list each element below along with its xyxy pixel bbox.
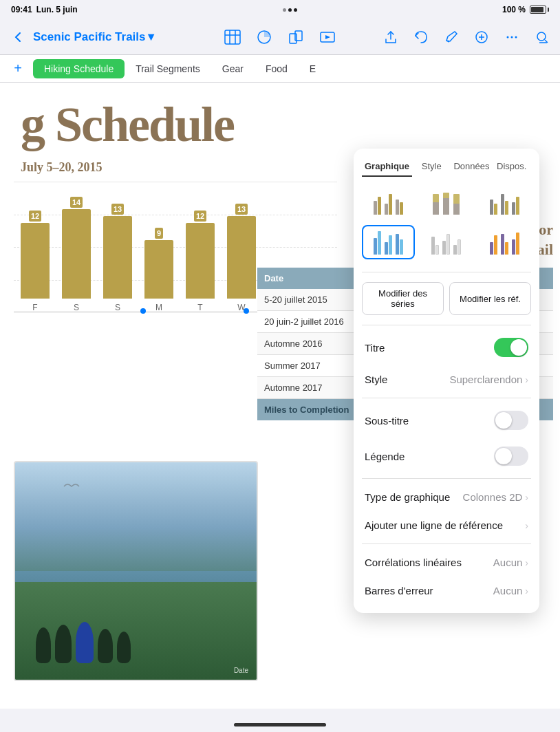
format-icon[interactable]	[472, 28, 491, 47]
chart-type-2[interactable]	[420, 185, 473, 219]
search-icon[interactable]	[532, 28, 552, 47]
sous-titre-label: Sous-titre	[365, 415, 409, 427]
titre-label: Titre	[365, 342, 385, 354]
home-indicator	[234, 723, 326, 726]
table-icon[interactable]	[223, 28, 242, 47]
popup-tab-donnees[interactable]: Données	[451, 157, 492, 177]
chevron-right-icon: ›	[525, 374, 528, 385]
chevron-right-icon-2: ›	[525, 492, 528, 503]
chart-icon[interactable]	[255, 28, 274, 47]
status-time: 09:41	[11, 5, 32, 14]
photo-caption: Date	[234, 667, 248, 674]
correlations-label: Corrélations linéaires	[365, 557, 462, 568]
add-tab-button[interactable]: +	[6, 58, 30, 79]
document-area: g Schedule July 5–20, 2015 12 F 14	[0, 83, 560, 709]
battery-label: 100 %	[502, 5, 526, 14]
bars-container: 12 F 14 S 13 S 9 M	[14, 182, 337, 312]
chart-type-6[interactable]	[478, 225, 531, 259]
chart-type-1[interactable]	[362, 185, 415, 219]
tab-hiking-schedule[interactable]: Hiking Schedule	[33, 59, 125, 78]
style-row[interactable]: Style Superclarendon ›	[354, 365, 539, 394]
divider-2	[362, 325, 531, 325]
tabs-bar: + Hiking Schedule Trail Segments Gear Fo…	[0, 55, 560, 83]
divider-1	[362, 272, 531, 272]
popup-tabs: Graphique Style Données Dispos.	[362, 157, 531, 177]
modify-ref-button[interactable]: Modifier les réf.	[449, 282, 531, 315]
document-title[interactable]: Scenic Pacific Trails ▾	[33, 30, 154, 44]
more-icon[interactable]	[502, 28, 521, 47]
svg-point-14	[515, 36, 517, 38]
type-graphique-label: Type de graphique	[365, 491, 450, 503]
undo-icon[interactable]	[411, 28, 431, 47]
ligne-reference-row[interactable]: Ajouter une ligne de référence ›	[354, 511, 539, 539]
status-day: Lun. 5 juin	[36, 5, 78, 14]
popup-tab-graphique[interactable]: Graphique	[362, 157, 412, 177]
battery-icon	[530, 6, 549, 14]
barres-erreur-row[interactable]: Barres d'erreur Aucun ›	[354, 577, 539, 605]
svg-point-13	[510, 36, 513, 38]
chevron-right-icon-5: ›	[525, 585, 528, 596]
status-indicator	[283, 8, 297, 12]
tab-extra[interactable]: E	[299, 59, 327, 78]
bar-group-f1: 12 F	[21, 211, 50, 312]
media-icon[interactable]	[318, 28, 337, 47]
legende-row[interactable]: Légende	[354, 438, 539, 474]
toggle-thumb-2	[495, 412, 512, 429]
popup-tab-style[interactable]: Style	[412, 157, 451, 177]
bar-chart[interactable]: 12 F 14 S 13 S 9 M	[14, 182, 337, 333]
tab-food[interactable]: Food	[255, 59, 299, 78]
tab-gear[interactable]: Gear	[211, 59, 255, 78]
photo: Date	[14, 461, 258, 681]
type-graphique-value: Colonnes 2D ›	[463, 491, 528, 503]
tab-trail-segments[interactable]: Trail Segments	[125, 59, 211, 78]
format-popup: Graphique Style Données Dispos.	[354, 149, 539, 613]
svg-point-15	[537, 32, 546, 41]
document-heading: g Schedule	[0, 83, 560, 153]
status-bar: 09:41 Lun. 5 juin 100 %	[0, 0, 560, 19]
sous-titre-row[interactable]: Sous-titre	[354, 402, 539, 438]
dropdown-chevron: ▾	[148, 30, 154, 44]
toolbar: Scenic Pacific Trails ▾	[0, 19, 560, 55]
bar-group-m: 9 M	[144, 228, 173, 312]
action-buttons-row: Modifier des séries Modifier les réf.	[354, 277, 539, 321]
pencil-icon[interactable]	[442, 28, 461, 47]
divider-5	[362, 543, 531, 544]
back-button[interactable]	[8, 28, 28, 47]
chart-type-5[interactable]	[420, 225, 473, 259]
titre-toggle[interactable]	[494, 338, 528, 357]
modify-series-button[interactable]: Modifier des séries	[362, 282, 444, 315]
bar-group-t: 12 T	[186, 211, 215, 312]
chart-type-3[interactable]	[478, 185, 531, 219]
divider-3	[362, 398, 531, 398]
ligne-reference-label: Ajouter une ligne de référence	[365, 519, 503, 531]
legende-label: Légende	[365, 451, 405, 462]
chart-type-grid	[354, 185, 539, 268]
barres-erreur-value: Aucun ›	[493, 585, 528, 596]
style-label: Style	[365, 374, 387, 385]
shape-icon[interactable]	[286, 28, 305, 47]
sous-titre-toggle[interactable]	[494, 411, 528, 430]
popup-tab-dispos[interactable]: Dispos.	[493, 157, 531, 177]
bar-group-s1: 14 S	[62, 197, 91, 312]
style-value: Superclarendon ›	[449, 374, 528, 385]
titre-row[interactable]: Titre	[354, 330, 539, 365]
people-silhouettes	[36, 622, 131, 663]
chart-type-4[interactable]	[362, 225, 415, 259]
correlations-row[interactable]: Corrélations linéaires Aucun ›	[354, 548, 539, 577]
svg-rect-0	[225, 30, 240, 44]
bird-silhouette	[63, 482, 80, 494]
barres-erreur-label: Barres d'erreur	[365, 585, 433, 596]
chevron-right-icon-4: ›	[525, 557, 528, 568]
bar-group-s2: 13 S	[103, 204, 132, 312]
toggle-thumb-3	[495, 448, 512, 464]
correlations-value: Aucun ›	[493, 557, 528, 568]
type-graphique-row[interactable]: Type de graphique Colonnes 2D ›	[354, 483, 539, 511]
share-icon[interactable]	[381, 28, 400, 47]
toggle-thumb	[510, 339, 527, 356]
divider-4	[362, 478, 531, 479]
chevron-right-icon-3: ›	[525, 520, 528, 531]
svg-point-12	[506, 36, 508, 38]
bar-group-w: 13 W	[227, 204, 256, 312]
legende-toggle[interactable]	[494, 446, 528, 466]
